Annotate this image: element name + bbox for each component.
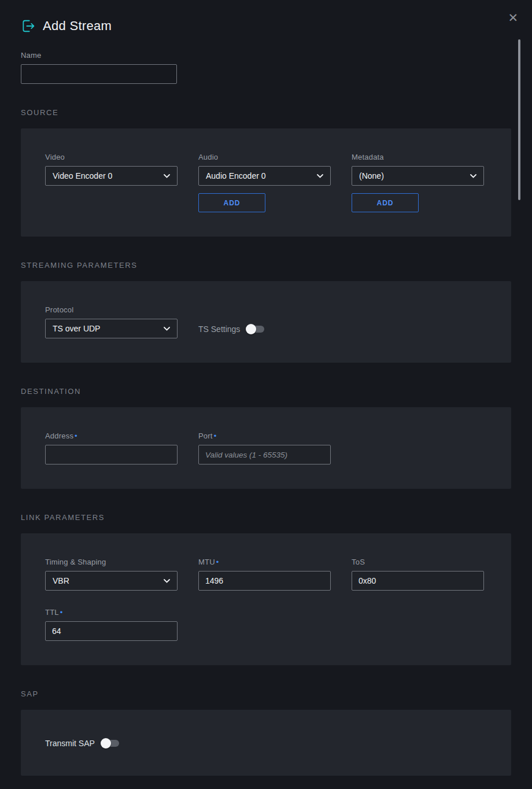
chevron-down-icon: [470, 174, 476, 178]
protocol-label: Protocol: [45, 305, 178, 314]
dialog-header: Add Stream: [21, 0, 511, 34]
name-input[interactable]: [21, 64, 177, 84]
timing-shaping-label: Timing & Shaping: [45, 558, 178, 566]
protocol-select[interactable]: TS over UDP: [45, 319, 178, 338]
video-field-group: Video Video Encoder 0: [45, 153, 178, 212]
port-input[interactable]: [198, 445, 331, 464]
scrollbar-thumb[interactable]: [518, 39, 520, 200]
video-encoder-select[interactable]: Video Encoder 0: [45, 166, 178, 186]
ttl-label: TTL•: [45, 608, 178, 617]
chevron-down-icon: [164, 174, 170, 178]
toggle-knob: [246, 324, 256, 334]
required-indicator: •: [60, 608, 63, 617]
chevron-down-icon: [317, 174, 323, 178]
ttl-field-group: TTL•: [45, 608, 178, 641]
tos-label: ToS: [352, 558, 484, 566]
timing-shaping-select-value: VBR: [53, 576, 69, 585]
metadata-field-group: Metadata (None) ADD: [352, 153, 484, 212]
section-title-sap: SAP: [21, 690, 511, 698]
section-title-destination: DESTINATION: [21, 387, 511, 396]
add-audio-button[interactable]: ADD: [198, 193, 265, 212]
timing-shaping-field-group: Timing & Shaping VBR: [45, 558, 178, 591]
transmit-sap-toggle[interactable]: [102, 740, 119, 747]
required-indicator: •: [214, 432, 217, 440]
ts-settings-toggle[interactable]: [247, 326, 264, 333]
port-field-group: Port•: [198, 432, 331, 464]
name-label: Name: [21, 51, 177, 60]
stream-out-icon: [21, 19, 36, 34]
metadata-select-value: (None): [359, 171, 384, 180]
tos-input[interactable]: [352, 571, 484, 591]
transmit-sap-group: Transmit SAP: [45, 739, 119, 748]
mtu-input[interactable]: [198, 571, 331, 591]
audio-encoder-select-value: Audio Encoder 0: [206, 171, 266, 180]
section-title-source: SOURCE: [21, 108, 511, 117]
source-panel: Video Video Encoder 0 Audio Audio Encode…: [21, 128, 511, 237]
tos-field-group: ToS: [352, 558, 484, 591]
audio-field-group: Audio Audio Encoder 0 ADD: [198, 153, 331, 212]
add-metadata-button[interactable]: ADD: [352, 193, 419, 212]
ttl-input[interactable]: [45, 621, 178, 641]
scrollbar-track[interactable]: [518, 36, 520, 782]
metadata-label: Metadata: [352, 153, 484, 161]
audio-label: Audio: [198, 153, 331, 161]
add-stream-dialog: Add Stream ✕ Name SOURCE Video Video Enc…: [0, 0, 532, 789]
dialog-title: Add Stream: [43, 19, 112, 34]
chevron-down-icon: [164, 579, 170, 583]
transmit-sap-label: Transmit SAP: [45, 739, 95, 748]
chevron-down-icon: [164, 327, 170, 331]
section-title-link-parameters: LINK PARAMETERS: [21, 513, 511, 522]
audio-encoder-select[interactable]: Audio Encoder 0: [198, 166, 331, 186]
protocol-select-value: TS over UDP: [53, 324, 100, 333]
sap-panel: Transmit SAP: [21, 710, 511, 776]
address-label: Address•: [45, 432, 178, 440]
timing-shaping-select[interactable]: VBR: [45, 571, 178, 591]
close-icon[interactable]: ✕: [504, 8, 522, 27]
video-label: Video: [45, 153, 178, 161]
destination-panel: Address• Port•: [21, 407, 511, 489]
port-label: Port•: [198, 432, 331, 440]
address-input[interactable]: [45, 445, 178, 464]
mtu-label: MTU•: [198, 558, 331, 566]
protocol-field-group: Protocol TS over UDP: [45, 305, 178, 338]
link-parameters-panel: Timing & Shaping VBR MTU• ToS TTL•: [21, 533, 511, 665]
ts-settings-label: TS Settings: [198, 325, 240, 334]
section-title-streaming-parameters: STREAMING PARAMETERS: [21, 261, 511, 270]
streaming-parameters-panel: Protocol TS over UDP TS Settings: [21, 281, 511, 363]
mtu-field-group: MTU•: [198, 558, 331, 591]
required-indicator: •: [75, 432, 77, 440]
toggle-knob: [101, 738, 111, 749]
address-field-group: Address•: [45, 432, 178, 464]
name-field-group: Name: [21, 51, 177, 84]
metadata-select[interactable]: (None): [352, 166, 484, 186]
video-encoder-select-value: Video Encoder 0: [53, 171, 112, 180]
required-indicator: •: [216, 558, 219, 566]
ts-settings-group: TS Settings: [198, 325, 331, 334]
